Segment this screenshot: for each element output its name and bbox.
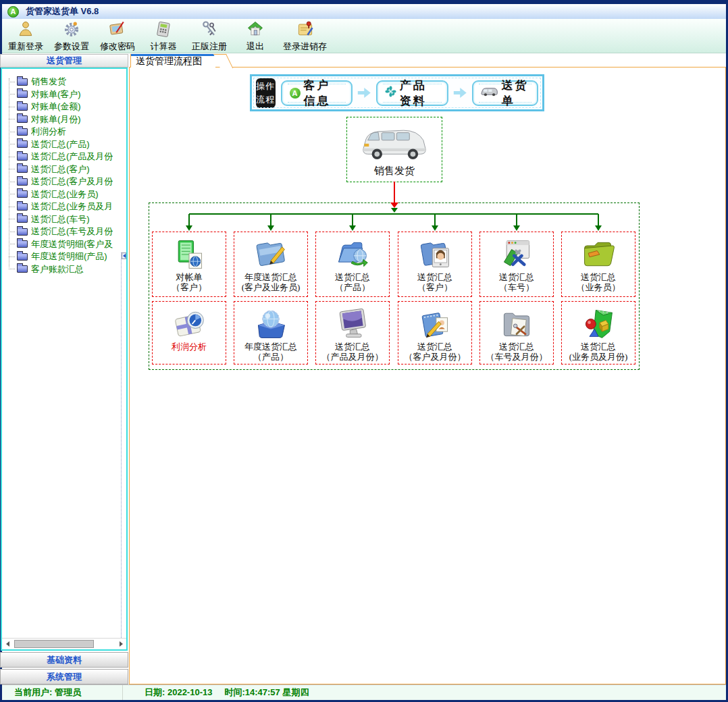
cell-summary-product-month[interactable]: 送货汇总 （产品及月份） <box>315 301 390 364</box>
basic-data-button[interactable]: 基础资料 <box>0 652 128 668</box>
toolbar: 重新登录 参数设置 修改密码 计算器 正版注册 退出 登录进销存 <box>2 19 726 53</box>
calculator-icon <box>154 20 173 41</box>
ledger-globe-icon <box>172 237 207 272</box>
tree-item-annual-detail-product[interactable]: 年度送货明细(产品) <box>2 250 126 263</box>
relogin-button[interactable]: 重新登录 <box>7 20 44 51</box>
folder-icon <box>17 90 28 98</box>
cell-annual-summary-product[interactable]: 年度送货汇总 （产品） <box>234 301 308 364</box>
sidebar-header: 送货管理 <box>0 54 128 68</box>
scroll-left-arrow-icon[interactable] <box>2 639 13 649</box>
tab-delivery-flowchart[interactable]: 送货管理流程图 <box>130 54 215 68</box>
tree-item-annual-detail-customer[interactable]: 年度送货明细(客户及 <box>2 238 126 251</box>
statusbar-time: 时间:14:47:57 星期四 <box>224 686 309 699</box>
change-password-button[interactable]: 修改密码 <box>99 20 136 51</box>
cell-summary-customer[interactable]: 送货汇总 （客户） <box>398 232 472 297</box>
scrollbar-collapse-arrow-icon[interactable] <box>122 252 126 259</box>
tree-item-summary-product[interactable]: 送货汇总(产品) <box>2 138 126 151</box>
tree-item-summary-salesman-month[interactable]: 送货汇总(业务员及月 <box>2 200 126 213</box>
statusbar: 当前用户: 管理员 日期: 2022-10-13 时间:14:47:57 星期四 <box>2 684 726 700</box>
folder-icon <box>17 240 28 248</box>
tree-item-profit-analysis[interactable]: 利润分析 <box>2 126 126 138</box>
green-distribution-line <box>189 213 598 215</box>
tree-item-statement-amount[interactable]: 对账单(金额) <box>2 101 126 113</box>
tree-item-customer-account-summary[interactable]: 客户账款汇总 <box>2 263 126 276</box>
right-arrow-icon <box>454 88 467 98</box>
step-delivery-note[interactable]: 送货单 <box>472 80 538 106</box>
tree-item-statement-customer[interactable]: 对账单(客户) <box>2 88 126 101</box>
window-pliers-icon <box>499 237 534 272</box>
sheet-3d-shapes-icon <box>581 306 616 342</box>
settings-gear-icon <box>62 20 81 41</box>
green-connector <box>434 214 436 225</box>
cell-profit-analysis[interactable]: 利润分析 <box>152 301 226 364</box>
folder-icon <box>17 103 28 111</box>
small-van-icon <box>481 86 498 100</box>
tree-item-summary-customer[interactable]: 送货汇总(客户) <box>2 163 126 176</box>
flower-icon <box>385 86 396 101</box>
folder-icon <box>17 203 28 211</box>
folder-icon <box>17 265 28 273</box>
green-arrowhead-icon <box>513 225 520 231</box>
tree-item-summary-product-month[interactable]: 送货汇总(产品及月份 <box>2 151 126 163</box>
folder-globe-arrow-icon <box>335 237 370 272</box>
folder-photo-icon <box>417 237 452 272</box>
step-product-data[interactable]: 产品资料 <box>376 80 448 106</box>
globe-box-icon <box>253 306 288 342</box>
cell-summary-product[interactable]: 送货汇总 （产品） <box>315 232 390 297</box>
cell-summary-customer-month[interactable]: 送货汇总 （客户及月份） <box>398 301 472 364</box>
folder-icon <box>17 153 28 161</box>
register-button[interactable]: 正版注册 <box>191 20 228 51</box>
step-customer-info[interactable]: A 客户信息 <box>281 80 353 106</box>
settings-button[interactable]: 参数设置 <box>53 20 90 51</box>
tree-item-sales-delivery[interactable]: 销售发货 <box>2 76 126 88</box>
folder-icon <box>17 215 28 223</box>
sidebar-tree-panel: 销售发货 对账单(客户) 对账单(金额) 对账单(月份) 利润分析 送货汇总(产… <box>1 68 128 651</box>
scroll-right-arrow-icon[interactable] <box>115 639 126 649</box>
folder-icon <box>17 78 28 86</box>
green-connector <box>352 214 353 225</box>
operation-flow-legend: 操作流程 <box>256 78 276 108</box>
scrollbar-thumb[interactable] <box>14 640 94 648</box>
notepad-pencil-photo-icon <box>417 306 452 342</box>
green-arrowhead-icon <box>432 225 438 231</box>
cell-summary-salesman[interactable]: 送货汇总 （业务员） <box>561 232 635 297</box>
sales-delivery-node[interactable]: 销售发货 <box>346 117 442 182</box>
tree-vertical-scrollbar[interactable] <box>121 252 126 638</box>
titlebar: A 货管家送货单 V6.8 <box>2 4 726 19</box>
calculator-button[interactable]: 计算器 <box>145 20 182 51</box>
cell-summary-truck-month[interactable]: 送货汇总 （车号及月份） <box>479 301 554 364</box>
tree-item-summary-truck-month[interactable]: 送货汇总(车号及月份 <box>2 225 126 238</box>
folder-icon <box>17 115 28 123</box>
change-password-icon <box>108 20 127 41</box>
van-image <box>359 123 430 163</box>
tree-item-summary-customer-month[interactable]: 送货汇总(客户及月份 <box>2 176 126 188</box>
login-inventory-button[interactable]: 登录进销存 <box>283 20 327 51</box>
green-arrowhead-icon <box>267 225 274 231</box>
profit-pie-box-icon <box>172 306 207 342</box>
cell-statement-customer[interactable]: 对帐单 （客户） <box>152 232 226 297</box>
exit-button[interactable]: 退出 <box>237 20 274 51</box>
green-connector <box>516 214 517 225</box>
app-logo-icon: A <box>7 6 19 18</box>
green-connector <box>270 214 271 225</box>
folder-icon <box>17 253 28 261</box>
delivery-tree: 销售发货 对账单(客户) 对账单(金额) 对账单(月份) 利润分析 送货汇总(产… <box>2 69 126 275</box>
tree-connector-line <box>9 78 9 267</box>
green-arrowhead-icon <box>391 208 398 213</box>
tree-horizontal-scrollbar[interactable] <box>2 638 126 649</box>
cell-annual-summary-customer-salesman[interactable]: 年度送货汇总 (客户及业务员) <box>234 232 308 297</box>
flow-header: 操作流程 A 客户信息 产品资料 送货单 <box>250 74 544 111</box>
window-title: 货管家送货单 V6.8 <box>26 5 99 18</box>
statusbar-current-user: 当前用户: 管理员 <box>14 686 122 699</box>
green-connector <box>598 214 599 225</box>
folder-icon <box>17 165 28 173</box>
cell-summary-truck[interactable]: 送货汇总 （车号） <box>479 232 554 297</box>
system-management-button[interactable]: 系统管理 <box>0 669 128 684</box>
tree-item-summary-salesman[interactable]: 送货汇总(业务员) <box>2 188 126 201</box>
exit-house-icon <box>246 20 265 41</box>
right-arrow-icon <box>358 88 371 98</box>
cell-summary-salesman-month[interactable]: 送货汇总 (业务员及月份) <box>561 301 635 364</box>
tree-item-statement-month[interactable]: 对账单(月份) <box>2 113 126 126</box>
tree-item-summary-truck[interactable]: 送货汇总(车号) <box>2 213 126 226</box>
folder-pencil-icon <box>253 237 288 272</box>
